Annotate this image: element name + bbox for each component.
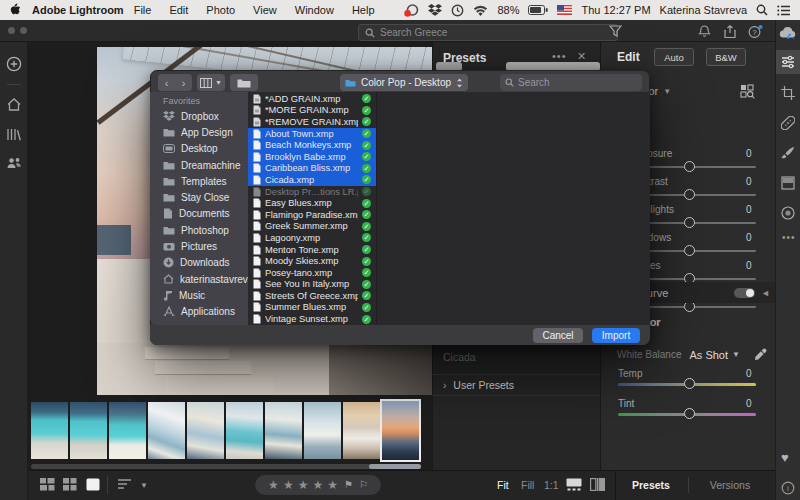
filmstrip-thumbnail[interactable] <box>265 402 302 459</box>
file-row[interactable]: Easy Blues.xmp✓ <box>248 197 376 209</box>
shared-albums-icon[interactable] <box>6 156 22 170</box>
favorite-item-dropbox[interactable]: Dropbox <box>150 108 248 124</box>
favorite-item-downloads[interactable]: Downloads <box>150 255 248 271</box>
favorite-item-desktop[interactable]: Desktop <box>150 141 248 157</box>
filmstrip-thumbnail[interactable] <box>343 402 380 459</box>
filmstrip-thumbnail-selected[interactable] <box>382 401 419 460</box>
healing-brush-icon[interactable] <box>781 116 795 130</box>
filmstrip-thumbnail[interactable] <box>31 402 68 459</box>
exposure-slider-handle[interactable] <box>684 161 695 172</box>
favorite-item-pictures[interactable]: Pictures <box>150 238 248 254</box>
cloud-sync-icon[interactable] <box>779 26 797 39</box>
file-row[interactable]: *REMOVE GRAIN.xmp✓ <box>248 116 376 128</box>
spotlight-search-icon[interactable] <box>756 4 768 16</box>
auto-button[interactable]: Auto <box>654 48 694 66</box>
menu-bar-clock[interactable]: Thu 12:27 PM <box>581 4 650 16</box>
favorite-item-music[interactable]: Music <box>150 287 248 303</box>
filmstrip-thumbnail[interactable] <box>304 402 341 459</box>
menu-photo[interactable]: Photo <box>206 4 235 16</box>
menu-help[interactable]: Help <box>352 4 375 16</box>
zoom-fill-button[interactable]: Fill <box>521 479 534 491</box>
scrollbar-thumb[interactable] <box>369 464 421 469</box>
favorite-item-documents[interactable]: Documents <box>150 206 248 222</box>
rating-star-icon[interactable]: ★ <box>312 479 323 491</box>
edit-sliders-icon[interactable] <box>781 55 795 69</box>
file-row[interactable]: Greek Summer.xmp✓ <box>248 221 376 233</box>
battery-icon[interactable] <box>528 5 548 15</box>
white-balance-row[interactable]: White Balance As Shot ▼ <box>617 348 767 361</box>
linear-gradient-tool-icon[interactable] <box>781 176 795 190</box>
versions-footer-tab[interactable]: Versions <box>690 479 770 491</box>
notification-center-icon[interactable] <box>777 5 790 16</box>
menu-edit[interactable]: Edit <box>169 4 188 16</box>
cancel-button[interactable]: Cancel <box>533 328 583 343</box>
favorite-item-templates[interactable]: Templates <box>150 173 248 189</box>
tone-curve-toggle[interactable] <box>734 288 755 298</box>
shadows-slider-handle[interactable] <box>684 245 695 256</box>
favorite-heart-icon[interactable]: ♥ <box>781 450 789 465</box>
favorite-item-app-design[interactable]: App Design <box>150 124 248 140</box>
back-icon[interactable]: ‹ <box>158 77 175 89</box>
photo-grid-view-icon[interactable] <box>40 478 55 491</box>
filmstrip-scrollbar[interactable] <box>31 464 421 469</box>
window-button[interactable] <box>20 27 27 34</box>
home-icon[interactable] <box>6 97 22 112</box>
help-icon[interactable]: ? <box>748 25 763 39</box>
file-row[interactable]: About Town.xmp✓ <box>248 128 376 140</box>
menu-file[interactable]: File <box>134 4 152 16</box>
forward-icon[interactable]: › <box>175 77 192 89</box>
view-mode-button[interactable]: ▼ <box>197 74 225 91</box>
file-row[interactable]: Summer Blues.xmp✓ <box>248 302 376 314</box>
file-row[interactable]: Flamingo Paradise.xmp✓ <box>248 209 376 221</box>
bw-button[interactable]: B&W <box>706 48 746 66</box>
file-row[interactable]: Streets Of Greece.xmp✓ <box>248 290 376 302</box>
add-photos-icon[interactable] <box>6 56 22 72</box>
filmstrip-thumbnail[interactable] <box>226 402 263 459</box>
favorite-item-stay-close[interactable]: Stay Close <box>150 189 248 205</box>
square-grid-view-icon[interactable] <box>63 478 77 491</box>
reject-flag-icon[interactable]: ⚐ <box>359 480 368 490</box>
share-icon[interactable] <box>724 25 736 38</box>
file-row[interactable]: *ADD GRAIN.xmp✓ <box>248 93 376 105</box>
filmstrip-thumbnail[interactable] <box>109 402 146 459</box>
file-row[interactable]: *MORE GRAIN.xmp✓ <box>248 105 376 117</box>
preset-item-cicada[interactable]: Cicada <box>443 351 476 363</box>
active-app-name[interactable]: Adobe Lightroom <box>32 4 124 16</box>
file-row[interactable]: Lagoony.xmp✓ <box>248 232 376 244</box>
file-row[interactable]: Brooklyn Babe.xmp✓ <box>248 151 376 163</box>
favorite-item-applications[interactable]: Applications <box>150 304 248 320</box>
contrast-slider-handle[interactable] <box>684 189 695 200</box>
file-row[interactable]: See You In Italy.xmp✓ <box>248 279 376 291</box>
temp-slider[interactable] <box>618 383 756 386</box>
pick-flag-icon[interactable]: ⚑ <box>344 480 353 490</box>
file-row[interactable]: Caribbean Bliss.xmp✓ <box>248 163 376 175</box>
filmstrip-toggle-icon[interactable] <box>566 478 582 491</box>
crop-tool-icon[interactable] <box>781 86 795 100</box>
more-tools-icon[interactable]: ••• <box>782 232 796 243</box>
info-icon[interactable]: i <box>781 481 795 495</box>
white-balance-value[interactable]: As Shot <box>689 349 728 361</box>
eyedropper-icon[interactable] <box>754 348 767 361</box>
my-photos-library-icon[interactable] <box>6 127 22 142</box>
window-button[interactable] <box>8 27 15 34</box>
import-button[interactable]: Import <box>592 328 640 343</box>
rating-star-icon[interactable]: ★ <box>283 479 294 491</box>
location-dropdown[interactable]: Color Pop - Desktop <box>340 74 468 91</box>
rating-star-icon[interactable]: ★ <box>298 479 309 491</box>
before-after-compare-icon[interactable] <box>590 478 605 491</box>
favorite-item-photoshop[interactable]: Photoshop <box>150 222 248 238</box>
filmstrip-thumbnail[interactable] <box>187 402 224 459</box>
rating-star-icon[interactable]: ★ <box>268 479 279 491</box>
file-row[interactable]: Cicada.xmp✓ <box>248 174 376 186</box>
file-row[interactable]: Vintage Sunset.xmp✓ <box>248 313 376 325</box>
tint-slider[interactable] <box>618 413 756 416</box>
time-machine-menu-icon[interactable] <box>451 4 464 17</box>
brush-tool-icon[interactable] <box>781 146 795 160</box>
file-row[interactable]: Desktop Pr…tions LR.pdf✓ <box>248 186 376 198</box>
dropbox-menu-icon[interactable] <box>428 4 442 16</box>
new-folder-button[interactable] <box>230 74 258 91</box>
favorite-item-katerinastavreva[interactable]: katerinastavreva <box>150 271 248 287</box>
dialog-search-input[interactable]: Search <box>500 74 642 91</box>
user-presets-group[interactable]: › User Presets <box>432 374 600 396</box>
presets-footer-tab[interactable]: Presets <box>616 479 686 491</box>
